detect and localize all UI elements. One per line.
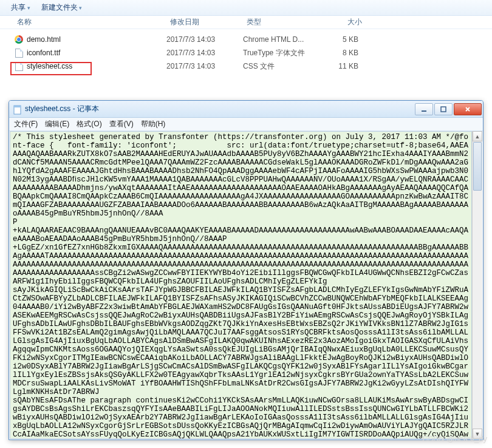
scroll-thumb[interactable] [473, 142, 482, 191]
toolbar-newfolder[interactable]: 新建文件夹 [41, 2, 83, 13]
css-file-icon [13, 61, 24, 71]
vertical-scrollbar[interactable]: ▲ ▼ [472, 131, 482, 439]
file-date: 2017/7/3 14:03 [166, 62, 243, 70]
menu-edit[interactable]: 编辑(E) [43, 118, 72, 131]
font-file-icon [13, 48, 24, 58]
file-name: demo.html [27, 35, 166, 44]
col-name[interactable]: 名称 [17, 17, 170, 27]
svg-rect-1 [14, 106, 21, 107]
notepad-icon [13, 105, 22, 114]
file-row[interactable]: demo.html 2017/7/3 14:03 Chrome HTML D..… [0, 33, 492, 46]
menu-view[interactable]: 查看(V) [107, 118, 136, 131]
file-size: 11 KB [316, 62, 364, 70]
minimize-button[interactable] [415, 103, 433, 115]
column-headers: 名称 修改日期 类型 大小 [0, 16, 492, 29]
file-list: demo.html 2017/7/3 14:03 Chrome HTML D..… [0, 29, 492, 73]
menubar: 文件(F) 编辑(E) 格式(O) 查看(V) 帮助(H) [9, 118, 483, 131]
file-date: 2017/7/3 14:03 [166, 49, 243, 57]
menu-help[interactable]: 帮助(H) [138, 118, 168, 131]
col-size[interactable]: 大小 [319, 17, 368, 27]
file-size: 5 KB [316, 35, 364, 44]
scroll-down-icon[interactable]: ▼ [473, 429, 482, 439]
titlebar[interactable]: stylesheet.css - 记事本 [9, 101, 483, 118]
svg-rect-3 [441, 107, 446, 112]
file-date: 2017/7/3 14:03 [166, 35, 243, 44]
file-row[interactable]: iconfont.ttf 2017/7/3 14:03 TrueType 字体文… [0, 46, 492, 59]
file-type: Chrome HTML D... [243, 35, 316, 44]
text-editor[interactable]: /* This stylesheet generated by Transfon… [10, 131, 472, 439]
maximize-button[interactable] [434, 103, 453, 115]
window-title: stylesheet.css - 记事本 [25, 104, 414, 114]
file-type: TrueType 字体文件 [243, 48, 316, 58]
scroll-up-icon[interactable]: ▲ [473, 131, 482, 141]
chrome-icon [13, 35, 24, 44]
file-name: iconfont.ttf [27, 49, 166, 57]
col-date[interactable]: 修改日期 [170, 17, 247, 27]
close-button[interactable] [454, 103, 482, 115]
menu-format[interactable]: 格式(O) [74, 118, 104, 131]
file-name: stylesheet.css [27, 62, 166, 70]
toolbar-share[interactable]: 共享 [11, 2, 30, 13]
menu-file[interactable]: 文件(F) [12, 118, 40, 131]
file-row[interactable]: stylesheet.css 2017/7/3 14:03 CSS 文件 11 … [0, 59, 492, 73]
notepad-window: stylesheet.css - 记事本 文件(F) 编辑(E) 格式(O) 查… [9, 100, 483, 440]
file-type: CSS 文件 [243, 61, 316, 72]
file-size: 8 KB [316, 49, 364, 57]
col-type[interactable]: 类型 [247, 17, 319, 27]
explorer-toolbar: 共享 新建文件夹 [0, 0, 492, 16]
svg-rect-2 [422, 110, 426, 112]
